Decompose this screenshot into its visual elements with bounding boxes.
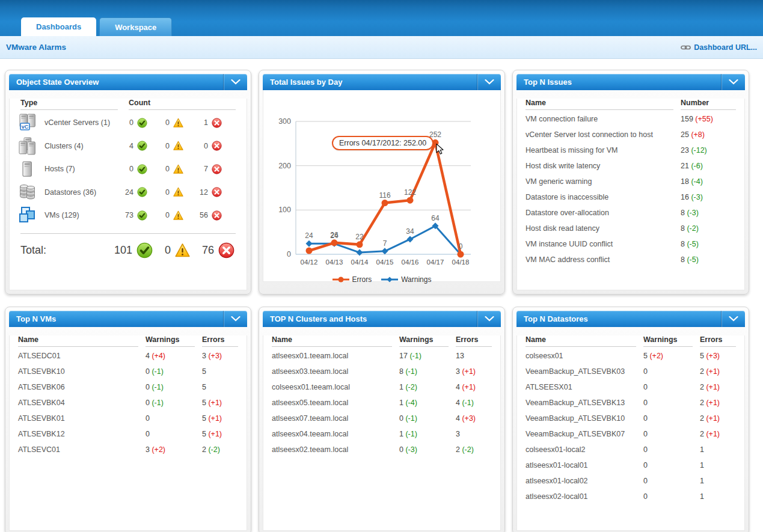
column-header-count: Count [129,99,236,110]
table-row: atlseesx01.teeam.local17 (-1)13 [272,348,492,364]
errors-value: 3 [456,430,492,438]
object-name: atlseesx01.teeam.local [272,352,392,360]
panel-top-n-clusters-and-hosts: TOP N Clusters and Hosts Name Warnings E… [259,307,505,532]
clusters-icon [18,137,37,155]
dashboard-url-link[interactable]: Dashboard URL... [681,43,757,52]
warnings-value: 0 (-1) [146,367,195,376]
warnings-value: 1 (-2) [399,383,449,391]
panel-header: TOP N Clusters and Hosts [263,311,501,327]
legend-item-errors: Errors [332,275,372,284]
chevron-down-icon [231,316,241,322]
panel-body: Type Count vCvCenter Servers (1)001Clust… [9,99,247,290]
table-row: colseesx01.teeam.local1 (-2)4 (+1) [272,379,492,395]
errors-value: 2 (+1) [700,430,736,438]
panel-body: Name Number VM connection failure159 (+5… [516,99,745,290]
total-error-count: 76 [202,244,214,257]
panel-collapse-button[interactable] [477,311,501,327]
object-name: ATLSEVBK10 [18,367,138,376]
column-header-errors: Errors [700,335,736,347]
issue-name: VM connection failure [526,115,673,123]
svg-text:vC: vC [22,124,29,130]
svg-text:04/18: 04/18 [452,258,470,266]
column-header-errors: Errors [202,335,238,347]
warnings-value: 0 [146,414,195,423]
warning-status-icon [175,243,190,258]
object-name: atlseesx02.teeam.local [272,445,392,454]
issue-name: VM generic warning [526,177,673,186]
chart-legend: ErrorsWarnings [272,275,492,284]
issue-number: 8 (-3) [681,209,736,217]
sub-header: VMware Alarms Dashboard URL... [0,36,763,59]
panel-header: Top N Issues [516,74,745,90]
object-name: colseesx01 [526,352,636,360]
panel-total-issues-by-day: Total Issues by Day 010020030004/1204/13… [259,70,505,295]
warnings-value: 0 (-1) [399,414,449,423]
svg-text:22: 22 [355,233,364,241]
object-name: ATLSEVBK04 [18,399,138,407]
warnings-value: 0 (-1) [146,383,195,391]
warnings-value: 3 (+2) [146,445,195,454]
panel-collapse-button[interactable] [223,74,247,90]
table-row: VeeamBackup_ATLSEVBK1002 (+1) [526,411,736,426]
top-vms-rows: ATLSEDC014 (+4)3 (+3)ATLSEVBK100 (-1)5AT… [18,348,238,457]
table-head: Name Warnings Errors [526,335,736,347]
warnings-value: 0 [643,461,693,469]
panel-collapse-button[interactable] [477,74,501,90]
object-name: atlseesx03.teeam.local [272,367,392,376]
table-row: atlseesx04.teeam.local1 (-1)3 [272,426,492,442]
total-counts: 101076 [114,242,234,258]
total-warning-count: 0 [165,244,171,257]
object-name: ATLSEDC01 [18,352,138,360]
table-row: atlseesx01-local0201 [526,473,736,489]
column-header-name: Name [272,335,392,347]
object-name: ATLSEVBK01 [18,414,138,423]
error-status-icon [218,242,234,258]
object-type-label: vCenter Servers (1) [44,118,118,127]
table-row: Datastore over-allocation8 (-3) [526,205,736,221]
tab-dashboards[interactable]: Dashboards [21,17,96,36]
issue-number: 16 (-3) [681,193,736,201]
main-tabs: Dashboards Workspace [21,17,172,36]
table-row: ATLSEVBK060 (-1)5 [18,379,238,395]
svg-text:26: 26 [330,231,339,239]
object-name: ATLSEVBK12 [18,430,138,438]
table-row: Datastore is inaccessible16 (-3) [526,189,736,205]
column-header-number: Number [681,99,736,110]
vcenter-servers-icon: vC [18,114,37,132]
ok-status-icon [137,118,147,128]
tab-workspace[interactable]: Workspace [99,17,172,36]
ok-status-icon [136,242,153,258]
hosts-icon [18,160,37,178]
column-header-name: Name [526,99,673,110]
table-row: VeeamBackup_ATLSEVBK0302 (+1) [526,364,736,379]
table-row: VMs (129)73056 [18,204,238,227]
table-row: VM instance UUID conflict8 (-5) [526,236,736,252]
object-type-label: VMs (129) [44,211,118,219]
vms-icon [18,206,37,224]
table-row: colseesx015 (+2)5 (+3) [526,348,736,364]
svg-text:34: 34 [406,227,414,236]
issue-name: Datastore over-allocation [526,209,673,217]
table-row: Datastores (36)24012 [18,181,238,204]
dashboard-grid: Object State Overview Type Count vCvCent… [0,59,763,532]
panel-body: Name Warnings Errors ATLSEDC014 (+4)3 (+… [9,335,247,531]
svg-text:7: 7 [383,239,387,248]
legend-item-warnings: Warnings [381,275,431,284]
panel-collapse-button[interactable] [721,311,745,327]
chevron-down-icon [485,79,494,85]
warnings-value: 0 (-1) [146,399,195,407]
errors-value: 5 (+1) [202,430,238,438]
object-name: atlseesx02-local01 [526,492,636,501]
line-chart[interactable]: 010020030004/1204/1304/1404/1504/1604/17… [272,90,492,274]
issue-number: 18 (-4) [681,177,736,186]
column-header-warnings: Warnings [399,335,449,347]
table-row: VeeamBackup_ATLSEVBK1302 (+1) [526,395,736,411]
panel-collapse-button[interactable] [721,74,745,90]
errors-value: 4 (+3) [456,414,492,423]
issue-number: 21 (-6) [681,162,736,170]
table-row: atlseesx03.teeam.local8 (-1)3 (+1) [272,364,492,379]
panel-collapse-button[interactable] [223,311,247,327]
panel-title: Object State Overview [16,78,99,87]
ok-status-icon [137,187,147,197]
chain-link-icon [681,44,691,50]
